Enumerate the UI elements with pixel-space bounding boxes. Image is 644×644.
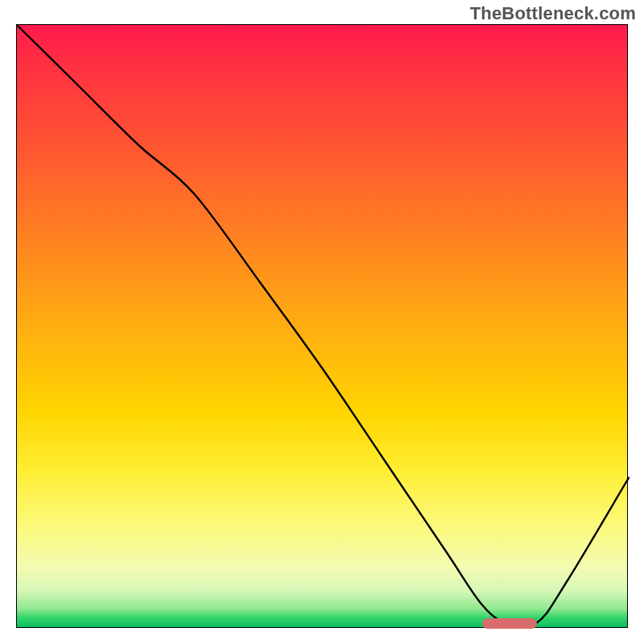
watermark-text: TheBottleneck.com xyxy=(470,3,636,24)
optimal-range-capsule xyxy=(482,618,537,629)
bottleneck-curve xyxy=(17,25,629,629)
chart-stage: TheBottleneck.com xyxy=(0,0,644,644)
plot-area xyxy=(16,24,628,628)
